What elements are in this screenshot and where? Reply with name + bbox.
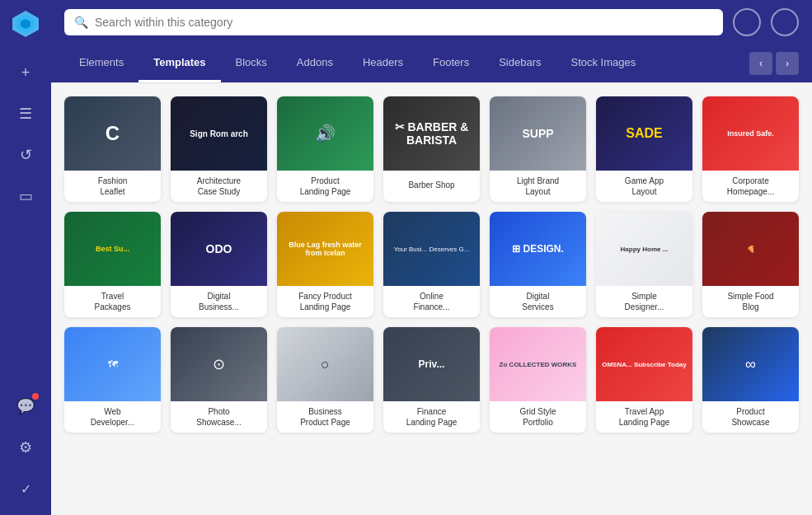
card-label-finance-landing-page: Finance Landing Page [383,401,480,433]
tab-headers[interactable]: Headers [348,44,418,82]
card-label-fashion-leaflet: Fashion Leaflet [64,171,161,202]
add-icon: + [21,64,31,82]
card-label-architecture-case-study: Architecture Case Study [171,171,267,202]
card-thumbnail-corporate-homepage: Insured Safe. [702,96,799,171]
card-label-photo-showcase: Photo Showcase... [171,401,267,433]
template-grid-container: CFashion LeafletSign Rom archArchitectur… [51,83,812,515]
help-button[interactable] [733,8,761,36]
tab-footers[interactable]: Footers [418,44,484,82]
card-label-barber-shop: Barber Shop [383,171,480,199]
card-thumbnail-architecture-case-study: Sign Rom arch [171,96,267,171]
tab-stock-images[interactable]: Stock Images [556,44,650,82]
card-label-grid-style-portfolio: Grid Style Portfolio [490,401,586,433]
card-label-simple-food-blog: Simple Food Blog [702,286,799,317]
search-icon: 🔍 [74,16,88,29]
template-card-simple-designer[interactable]: Happy Home ...Simple Designer... [596,212,692,317]
template-card-barber-shop[interactable]: ✂ BARBER & BARISTABarber Shop [383,96,480,202]
check-button[interactable]: ✓ [7,471,44,507]
card-thumbnail-travel-app-landing-page: OMSNA... Subscribe Today [596,327,692,401]
notification-badge [32,393,39,400]
card-label-web-developer: Web Developer... [64,401,161,433]
card-label-game-app-layout: Game App Layout [596,171,692,202]
card-label-corporate-homepage: Corporate Homepage... [702,171,799,202]
template-card-digital-business[interactable]: ODODigital Business... [171,212,267,317]
card-thumbnail-barber-shop: ✂ BARBER & BARISTA [383,96,480,171]
card-thumbnail-digital-services: ⊞ DESIGN. [490,212,586,286]
template-card-web-developer[interactable]: 🗺Web Developer... [64,327,161,433]
template-card-photo-showcase[interactable]: ⊙Photo Showcase... [171,327,267,433]
template-card-travel-packages[interactable]: Best Su...Travel Packages [64,212,161,317]
card-thumbnail-simple-food-blog: 🍕 [702,212,799,286]
tab-sidebars[interactable]: Sidebars [484,44,556,82]
card-label-simple-designer: Simple Designer... [596,286,692,317]
template-card-digital-services[interactable]: ⊞ DESIGN.Digital Services [490,212,586,317]
template-card-business-product-page[interactable]: ○Business Product Page [277,327,373,433]
card-label-digital-business: Digital Business... [171,286,267,317]
template-card-architecture-case-study[interactable]: Sign Rom archArchitecture Case Study [171,96,267,202]
template-card-corporate-homepage[interactable]: Insured Safe.Corporate Homepage... [702,96,799,202]
header: 🔍 [51,0,812,44]
template-grid: CFashion LeafletSign Rom archArchitectur… [64,96,799,433]
layers-icon: ☰ [19,105,32,123]
card-thumbnail-fancy-product-landing: Blue Lag fresh water from Icelan [277,212,373,286]
card-label-product-landing-page: Product Landing Page [277,171,373,202]
sidebar: + ☰ ↺ ▭ 💬 ⚙ ✓ [0,0,51,515]
card-thumbnail-product-showcase: ∞ [702,327,799,401]
template-card-grid-style-portfolio[interactable]: Zo COLLECTED WORKSGrid Style Portfolio [490,327,586,433]
undo-icon: ↺ [20,146,32,164]
card-thumbnail-product-landing-page: 🔊 [277,96,373,171]
card-thumbnail-grid-style-portfolio: Zo COLLECTED WORKS [490,327,586,401]
layers-button[interactable]: ☰ [7,96,44,132]
card-thumbnail-web-developer: 🗺 [64,327,161,401]
template-card-product-landing-page[interactable]: 🔊Product Landing Page [277,96,373,202]
nav-arrows: ‹ › [749,52,799,75]
template-card-product-showcase[interactable]: ∞Product Showcase [702,327,799,433]
nav-prev-button[interactable]: ‹ [749,52,772,75]
template-card-game-app-layout[interactable]: SADEGame App Layout [596,96,692,202]
card-thumbnail-light-brand-layout: SUPP [490,96,586,171]
card-thumbnail-game-app-layout: SADE [596,96,692,171]
card-label-travel-app-landing-page: Travel App Landing Page [596,401,692,433]
main-panel: 🔍 Elements Templates Blocks Addons Heade… [51,0,812,515]
add-button[interactable]: + [7,54,44,91]
check-icon: ✓ [21,481,31,497]
card-thumbnail-simple-designer: Happy Home ... [596,212,692,286]
card-thumbnail-online-finance: Your Busi... Deserves G... [383,212,480,286]
template-card-simple-food-blog[interactable]: 🍕Simple Food Blog [702,212,799,317]
template-card-fashion-leaflet[interactable]: CFashion Leaflet [64,96,161,202]
undo-button[interactable]: ↺ [7,137,44,173]
settings-icon: ⚙ [19,438,32,456]
tab-elements[interactable]: Elements [64,44,138,82]
monitor-button[interactable]: ▭ [7,178,44,214]
card-label-light-brand-layout: Light Brand Layout [490,171,586,202]
search-input[interactable] [95,16,713,29]
card-label-travel-packages: Travel Packages [64,286,161,317]
card-thumbnail-fashion-leaflet: C [64,96,161,171]
card-label-digital-services: Digital Services [490,286,586,317]
tab-templates[interactable]: Templates [138,44,220,82]
template-card-finance-landing-page[interactable]: Priv...Finance Landing Page [383,327,480,433]
chat-icon: 💬 [16,397,35,415]
card-thumbnail-photo-showcase: ⊙ [171,327,267,401]
settings-button[interactable]: ⚙ [7,429,44,466]
card-thumbnail-business-product-page: ○ [277,327,373,401]
card-label-product-showcase: Product Showcase [702,401,799,433]
nav-next-button[interactable]: › [776,52,799,75]
card-thumbnail-digital-business: ODO [171,212,267,286]
card-label-business-product-page: Business Product Page [277,401,373,433]
search-bar[interactable]: 🔍 [64,9,723,35]
chat-button[interactable]: 💬 [7,388,44,424]
template-card-travel-app-landing-page[interactable]: OMSNA... Subscribe TodayTravel App Landi… [596,327,692,433]
template-card-light-brand-layout[interactable]: SUPPLight Brand Layout [490,96,586,202]
card-thumbnail-travel-packages: Best Su... [64,212,161,286]
template-card-online-finance[interactable]: Your Busi... Deserves G...Online Finance… [383,212,480,317]
monitor-icon: ▭ [19,187,33,205]
tab-addons[interactable]: Addons [282,44,348,82]
logo[interactable] [10,8,41,43]
tab-blocks[interactable]: Blocks [221,44,282,82]
template-card-fancy-product-landing[interactable]: Blue Lag fresh water from IcelanFancy Pr… [277,212,373,317]
card-thumbnail-finance-landing-page: Priv... [383,327,480,401]
card-label-fancy-product-landing: Fancy Product Landing Page [277,286,373,317]
close-button[interactable] [771,8,799,36]
card-label-online-finance: Online Finance... [383,286,480,317]
